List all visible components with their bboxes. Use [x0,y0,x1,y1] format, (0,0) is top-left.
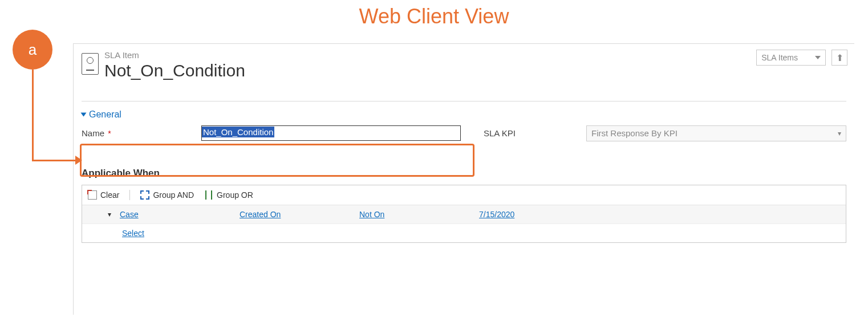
collapse-caret-icon [81,112,87,116]
annotation-badge-a: a [13,30,52,70]
group-or-label: Group OR [217,190,253,200]
applicable-when-header: Applicable When [74,147,854,185]
form-row-name: Name * Not_On_Condition SLA KPI First Re… [74,120,854,147]
annotation-connector [32,70,34,161]
sla-kpi-label: SLA KPI [484,128,575,138]
chevron-down-icon [815,56,821,59]
group-and-button[interactable]: Group AND [140,190,194,200]
clear-button[interactable]: Clear [88,190,119,200]
clear-button-label: Clear [100,190,119,200]
condition-select-row: Select [82,224,846,242]
sla-kpi-select[interactable]: First Response By KPI ▾ [586,125,846,141]
form-panel: SLA Item Not_On_Condition SLA Items ⬆ Ge… [73,43,854,315]
condition-toolbar: Clear Group AND Group OR [82,185,846,205]
page-title: Web Client View [0,5,868,29]
chevron-down-icon: ▾ [838,129,841,137]
name-input-selection: Not_On_Condition [202,127,274,137]
condition-entity-link[interactable]: Case [120,210,234,219]
sla-kpi-value: First Response By KPI [591,128,678,138]
entity-label: SLA Item [104,50,756,61]
condition-operator-link[interactable]: Not On [359,210,473,219]
annotation-arrowhead [75,156,82,165]
arrow-up-icon: ⬆ [836,52,843,63]
condition-builder: Clear Group AND Group OR ▾ Case Created … [82,185,846,243]
group-and-label: Group AND [153,190,194,200]
name-input[interactable]: Not_On_Condition [201,125,461,141]
condition-select-link[interactable]: Select [122,229,144,238]
name-label-text: Name [82,128,104,138]
record-title: Not_On_Condition [104,61,756,80]
group-and-icon [140,190,149,200]
divider [82,101,846,101]
expand-chevron-icon[interactable]: ▾ [105,210,114,218]
condition-value-link[interactable]: 7/15/2020 [479,210,593,219]
section-general-label: General [89,109,121,120]
scroll-up-button[interactable]: ⬆ [832,50,847,66]
group-or-button[interactable]: Group OR [204,190,253,200]
required-star-icon: * [108,129,111,138]
toolbar-separator [129,190,130,200]
annotation-connector [32,160,79,161]
clear-icon [88,190,97,200]
view-dropdown[interactable]: SLA Items [756,50,826,66]
section-general-header[interactable]: General [74,109,854,120]
group-or-icon [204,190,213,200]
panel-header: SLA Item Not_On_Condition SLA Items ⬆ [74,44,854,84]
condition-field-link[interactable]: Created On [240,210,354,219]
document-icon [82,53,99,75]
name-label: Name * [82,128,190,138]
condition-row: ▾ Case Created On Not On 7/15/2020 [82,205,846,224]
view-dropdown-label: SLA Items [761,53,798,62]
